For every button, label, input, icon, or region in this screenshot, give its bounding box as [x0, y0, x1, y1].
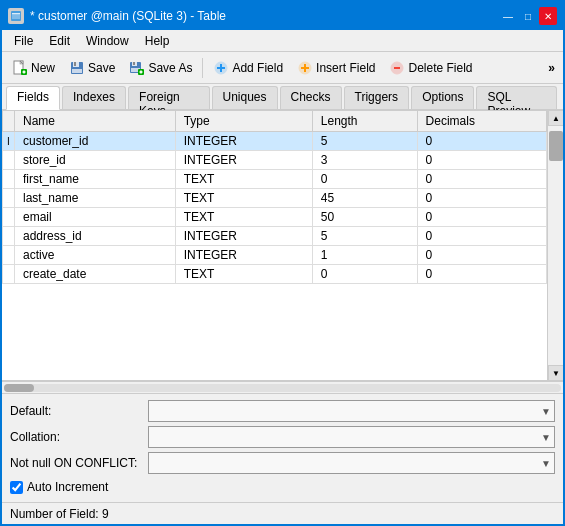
scroll-track[interactable]	[548, 126, 563, 365]
delete-field-button[interactable]: Delete Field	[383, 57, 478, 79]
row-type: INTEGER	[175, 246, 312, 265]
horizontal-scrollbar-area	[2, 381, 563, 393]
table-row[interactable]: first_nameTEXT00	[3, 170, 547, 189]
table-row[interactable]: activeINTEGER10	[3, 246, 547, 265]
notnull-select-wrapper: ▼	[148, 452, 555, 474]
toolbar-sep-1	[202, 58, 203, 78]
title-bar-left: * customer @main (SQLite 3) - Table	[8, 8, 226, 24]
row-type: TEXT	[175, 170, 312, 189]
row-type: INTEGER	[175, 151, 312, 170]
title-bar: * customer @main (SQLite 3) - Table — □ …	[2, 2, 563, 30]
row-length: 3	[312, 151, 417, 170]
row-decimals: 0	[417, 208, 546, 227]
add-field-icon	[213, 60, 229, 76]
row-name: first_name	[15, 170, 176, 189]
table-row[interactable]: store_idINTEGER30	[3, 151, 547, 170]
row-name: store_id	[15, 151, 176, 170]
row-length: 0	[312, 265, 417, 284]
default-select[interactable]	[148, 400, 555, 422]
table-container[interactable]: Name Type Length Decimals	[2, 110, 547, 381]
add-field-label: Add Field	[232, 61, 283, 75]
maximize-button[interactable]: □	[519, 7, 537, 25]
scroll-thumb[interactable]	[549, 131, 563, 161]
tab-options[interactable]: Options	[411, 86, 474, 109]
vertical-scrollbar[interactable]: ▲ ▼	[547, 110, 563, 381]
default-label: Default:	[10, 404, 140, 418]
insert-field-button[interactable]: Insert Field	[291, 57, 381, 79]
tab-fields[interactable]: Fields	[6, 86, 60, 110]
bottom-panel: Default: ▼ Collation: ▼ Not null ON CONF…	[2, 393, 563, 502]
row-decimals: 0	[417, 151, 546, 170]
row-decimals: 0	[417, 227, 546, 246]
table-row[interactable]: address_idINTEGER50	[3, 227, 547, 246]
svg-rect-1	[12, 13, 20, 15]
delete-field-label: Delete Field	[408, 61, 472, 75]
row-decimals: 0	[417, 265, 546, 284]
new-button[interactable]: New	[6, 57, 61, 79]
tab-foreignkeys[interactable]: Foreign Keys	[128, 86, 209, 109]
scroll-down-button[interactable]: ▼	[548, 365, 563, 381]
scroll-up-button[interactable]: ▲	[548, 110, 563, 126]
menu-help[interactable]: Help	[137, 32, 178, 50]
save-as-icon	[129, 60, 145, 76]
tab-triggers[interactable]: Triggers	[344, 86, 410, 109]
title-controls: — □ ✕	[499, 7, 557, 25]
row-length: 5	[312, 227, 417, 246]
more-button[interactable]: »	[544, 59, 559, 77]
row-decimals: 0	[417, 170, 546, 189]
toolbar: New Save	[2, 52, 563, 84]
row-length: 50	[312, 208, 417, 227]
table-row[interactable]: last_nameTEXT450	[3, 189, 547, 208]
autoincrement-checkbox[interactable]	[10, 481, 23, 494]
collation-label: Collation:	[10, 430, 140, 444]
delete-field-icon	[389, 60, 405, 76]
tab-indexes[interactable]: Indexes	[62, 86, 126, 109]
row-indicator	[3, 170, 15, 189]
table-row[interactable]: create_dateTEXT00	[3, 265, 547, 284]
tab-sqlpreview[interactable]: SQL Preview	[476, 86, 557, 109]
row-decimals: 0	[417, 132, 546, 151]
table-section: Name Type Length Decimals	[2, 110, 563, 381]
new-label: New	[31, 61, 55, 75]
col-length-header: Length	[312, 111, 417, 132]
row-decimals: 0	[417, 189, 546, 208]
menu-edit[interactable]: Edit	[41, 32, 78, 50]
window-title: * customer @main (SQLite 3) - Table	[30, 9, 226, 23]
horizontal-scrollbar[interactable]	[4, 384, 561, 392]
row-indicator	[3, 208, 15, 227]
table-row[interactable]: Icustomer_idINTEGER50	[3, 132, 547, 151]
save-button[interactable]: Save	[63, 57, 121, 79]
default-select-wrapper: ▼	[148, 400, 555, 422]
row-indicator: I	[3, 132, 15, 151]
menu-window[interactable]: Window	[78, 32, 137, 50]
row-indicator	[3, 246, 15, 265]
tab-checks[interactable]: Checks	[280, 86, 342, 109]
save-as-button[interactable]: Save As	[123, 57, 198, 79]
status-text: Number of Field: 9	[10, 507, 109, 521]
autoincrement-label[interactable]: Auto Increment	[27, 480, 108, 494]
notnull-select[interactable]	[148, 452, 555, 474]
new-icon	[12, 60, 28, 76]
app-icon	[8, 8, 24, 24]
col-name-header: Name	[15, 111, 176, 132]
minimize-button[interactable]: —	[499, 7, 517, 25]
fields-table: Name Type Length Decimals	[2, 110, 547, 284]
row-name: customer_id	[15, 132, 176, 151]
row-name: last_name	[15, 189, 176, 208]
svg-rect-2	[12, 16, 20, 17]
col-decimals-header: Decimals	[417, 111, 546, 132]
row-name: email	[15, 208, 176, 227]
row-length: 1	[312, 246, 417, 265]
insert-field-icon	[297, 60, 313, 76]
row-decimals: 0	[417, 246, 546, 265]
svg-rect-13	[72, 69, 82, 73]
add-field-button[interactable]: Add Field	[207, 57, 289, 79]
h-scroll-thumb[interactable]	[4, 384, 34, 392]
row-type: TEXT	[175, 208, 312, 227]
tab-uniques[interactable]: Uniques	[212, 86, 278, 109]
row-indicator	[3, 265, 15, 284]
collation-select[interactable]	[148, 426, 555, 448]
table-row[interactable]: emailTEXT500	[3, 208, 547, 227]
menu-file[interactable]: File	[6, 32, 41, 50]
close-button[interactable]: ✕	[539, 7, 557, 25]
